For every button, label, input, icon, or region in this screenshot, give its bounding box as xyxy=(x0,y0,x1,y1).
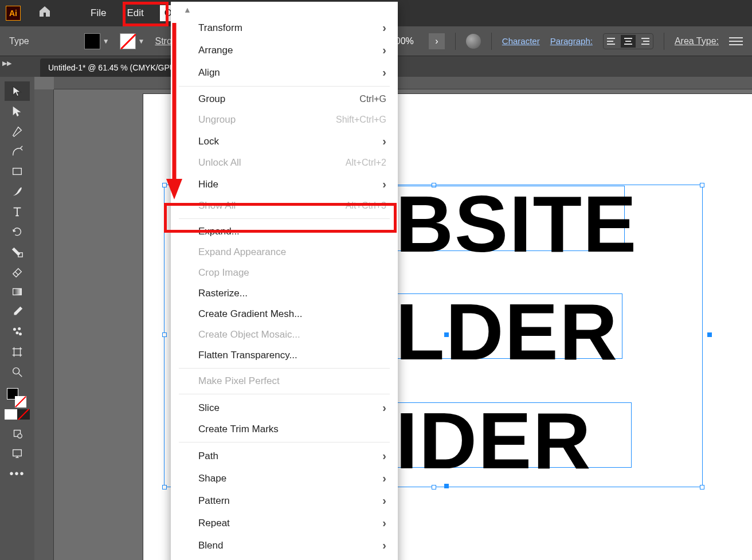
screen-mode-icon[interactable] xyxy=(5,444,30,463)
direct-selection-tool[interactable] xyxy=(5,101,30,121)
menu-item-create-trim-marks[interactable]: Create Trim Marks xyxy=(171,419,398,440)
svg-rect-2 xyxy=(13,289,22,295)
menu-item-crop-image: Crop Image xyxy=(171,263,398,283)
align-center-button[interactable] xyxy=(621,35,636,48)
menu-item-create-gradient-mesh-[interactable]: Create Gradient Mesh... xyxy=(171,304,398,324)
menu-edit[interactable]: Edit xyxy=(122,5,148,21)
curvature-tool[interactable] xyxy=(5,142,30,161)
pen-tool[interactable] xyxy=(5,122,30,141)
eyedropper-tool[interactable] xyxy=(5,302,30,322)
dropdown-scroll-up-icon[interactable]: ▲ xyxy=(183,5,191,14)
menu-item-ungroup: UngroupShift+Ctrl+G xyxy=(171,109,398,130)
menu-item-create-object-mosaic-: Create Object Mosaic... xyxy=(171,324,398,345)
sel-handle-tl[interactable] xyxy=(162,183,167,187)
menu-item-flatten-transparency-[interactable]: Flatten Transparency... xyxy=(171,345,398,366)
menu-item-slice[interactable]: Slice xyxy=(171,397,398,419)
svg-rect-0 xyxy=(13,169,22,175)
menu-item-unlock-all: Unlock AllAlt+Ctrl+2 xyxy=(171,152,398,173)
menu-item-repeat[interactable]: Repeat xyxy=(171,512,398,534)
ruler-horizontal xyxy=(54,77,752,89)
fill-stroke-swatch[interactable] xyxy=(5,386,30,409)
default-fill-stroke[interactable] xyxy=(5,409,30,423)
type-tool[interactable] xyxy=(5,202,30,221)
selection-tool[interactable] xyxy=(5,81,30,101)
character-link[interactable]: Character xyxy=(502,36,540,46)
menu-item-align[interactable]: Align xyxy=(171,61,398,84)
svg-point-5 xyxy=(16,332,18,334)
menu-item-transform[interactable]: Transform xyxy=(171,17,398,39)
eraser-tool[interactable] xyxy=(5,262,30,281)
menu-item-rasterize-[interactable]: Rasterize... xyxy=(171,283,398,304)
menu-item-envelope-distort[interactable]: Envelope Distort xyxy=(171,557,398,560)
paragraph-link[interactable]: Paragraph: xyxy=(550,36,593,46)
text-line-3[interactable]: IDER xyxy=(395,394,592,487)
svg-rect-11 xyxy=(13,450,22,456)
shape-builder-tool[interactable] xyxy=(5,242,30,261)
fill-swatch[interactable]: ▼ xyxy=(84,33,109,49)
ruler-vertical xyxy=(34,89,54,560)
svg-rect-7 xyxy=(14,349,21,355)
svg-point-3 xyxy=(14,328,16,331)
draw-mode-icon[interactable] xyxy=(5,424,30,443)
menu-item-group[interactable]: GroupCtrl+G xyxy=(171,89,398,109)
align-right-button[interactable] xyxy=(637,35,652,48)
paintbrush-tool[interactable] xyxy=(5,182,30,201)
menu-file[interactable]: File xyxy=(86,5,111,21)
svg-point-4 xyxy=(18,328,21,330)
menu-item-blend[interactable]: Blend xyxy=(171,534,398,557)
text-line-2[interactable]: LDER xyxy=(395,285,618,378)
area-type-link[interactable]: Area Type: xyxy=(675,36,719,46)
paragraph-align-group xyxy=(603,33,653,49)
menu-item-path[interactable]: Path xyxy=(171,445,398,467)
cb-type-label: Type xyxy=(9,36,29,46)
app-logo: Ai xyxy=(6,6,21,21)
menu-item-arrange[interactable]: Arrange xyxy=(171,39,398,61)
object-dropdown-menu: ▲ TransformArrangeAlignGroupCtrl+GUngrou… xyxy=(171,2,398,560)
svg-point-8 xyxy=(13,368,19,374)
rectangle-tool[interactable] xyxy=(5,162,30,181)
stroke-swatch[interactable]: ▼ xyxy=(120,33,145,49)
zoom-next-button[interactable]: › xyxy=(429,33,445,49)
rotate-tool[interactable] xyxy=(5,222,30,241)
text-line-1[interactable]: BSITE xyxy=(395,178,637,271)
expand-panels-chevron[interactable]: ▶▶ xyxy=(2,60,11,67)
svg-point-10 xyxy=(18,434,22,438)
menu-item-shape[interactable]: Shape xyxy=(171,467,398,489)
menu-item-expand-appearance: Expand Appearance xyxy=(171,242,398,263)
align-left-button[interactable] xyxy=(605,35,620,48)
sel-handle-tr[interactable] xyxy=(700,183,704,187)
edit-toolbar-button[interactable]: ••• xyxy=(5,464,30,483)
symbol-sprayer-tool[interactable] xyxy=(5,322,30,342)
3d-globe-icon[interactable] xyxy=(466,34,481,49)
menu-item-lock[interactable]: Lock xyxy=(171,130,398,152)
tool-column: ••• xyxy=(0,77,34,560)
sel-handle-mr[interactable] xyxy=(707,332,712,337)
zoom-tool[interactable] xyxy=(5,362,30,382)
menu-item-make-pixel-perfect: Make Pixel Perfect xyxy=(171,371,398,391)
menu-item-show-all: Show AllAlt+Ctrl+3 xyxy=(171,195,398,216)
artboard-tool[interactable] xyxy=(5,342,30,362)
sel-handle-bl[interactable] xyxy=(162,485,167,489)
svg-point-6 xyxy=(19,333,22,335)
menu-item-pattern[interactable]: Pattern xyxy=(171,489,398,512)
sel-handle-ml[interactable] xyxy=(162,332,167,337)
gradient-tool[interactable] xyxy=(5,282,30,301)
menu-item-hide[interactable]: Hide xyxy=(171,173,398,195)
sel-handle-br[interactable] xyxy=(700,485,704,489)
home-icon[interactable] xyxy=(38,5,52,22)
menu-item-expand-[interactable]: Expand... xyxy=(171,221,398,242)
controlbar-menu-icon[interactable] xyxy=(729,37,743,45)
document-tab[interactable]: Untitled-1* @ 61.45 % (CMYK/GPU Preview) xyxy=(40,58,183,77)
